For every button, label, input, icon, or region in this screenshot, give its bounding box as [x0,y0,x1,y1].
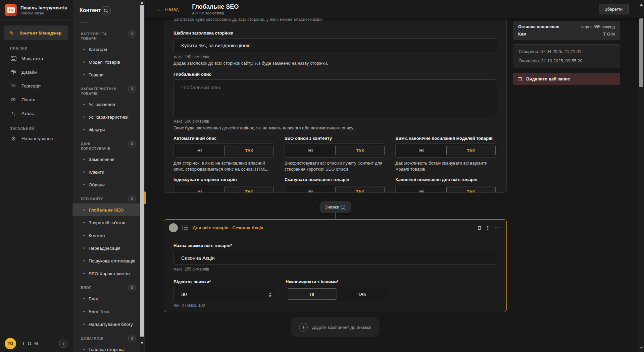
discount-name-input[interactable] [174,251,497,265]
nav-scrollbar[interactable] [140,0,144,352]
sidebar-item-content-manager[interactable]: ✎ Контент Менеджер [4,25,68,40]
edit-view-body: Заголовок буде застосовано до всіх сторі… [145,18,639,352]
main-scrollbar[interactable] [639,0,644,352]
toggle-option-yes[interactable]: ТАК [337,288,387,300]
sidebar-section-general: ЗАГАЛЬНИЙ [0,126,72,130]
sidebar-section-plugins: ПЛАГІНИ [0,46,72,50]
content-nav-title: Контент [80,7,101,13]
nav-item-all-characteristics[interactable]: Усі характеристики [72,111,140,123]
scroll-up-icon[interactable] [640,3,643,6]
global-description-textarea[interactable] [174,79,497,117]
add-component-label: Додати компонент до Знижки [312,325,371,330]
nav-item-global-seo[interactable]: Глобальне SEO [72,203,140,216]
toggle-option-yes[interactable]: ТАК [224,145,274,156]
discount-stack-cell: Накопичувати з іншими* НІ ТАК [286,279,388,308]
drag-handle[interactable] [487,226,490,230]
toggle-label: SEO описи з контенту [285,136,386,141]
sidebar-item-mail[interactable]: ✉ Пошта [0,93,72,107]
search-button[interactable] [102,6,111,15]
discount-percent-input[interactable] [174,287,276,301]
delete-component-button[interactable] [477,225,482,230]
add-component-button[interactable]: + Додати компонент до Знижки [291,317,379,337]
mail-icon: ✉ [10,97,17,103]
trash-icon [477,225,482,230]
count-badge: 3 [128,140,136,148]
scroll-up-icon[interactable] [141,1,143,4]
nav-item-home-page[interactable]: Головна сторінка [72,343,140,352]
nav-section-site-seo: SEO САЙТУ6 [72,196,140,201]
save-button[interactable]: Зберегти [599,4,629,14]
scroll-down-icon[interactable] [640,347,643,349]
bullet-icon [83,235,85,236]
toggle-option-yes[interactable]: ТАК [335,145,385,156]
nav-item-products[interactable]: Товари [72,68,140,81]
nav-item-categories[interactable]: Категорії [72,43,140,56]
sidebar-user-row: ТО Т О М ‹ [0,335,72,352]
nav-section-additional: ДОДАТКОВІ3 [72,336,140,341]
sidebar-item-design[interactable]: Дизайн [0,65,72,79]
nav-item-filters[interactable]: Фільтри [72,123,140,136]
delete-entry-label: Видалити цей запис [526,76,570,81]
toggle-option-no[interactable]: НІ [175,186,224,193]
collapse-component-button[interactable]: ▲ [169,223,178,232]
content-nav-list: КАТЕГОРІЇ ТА ТОВАРИ3 Категорії Моделі то… [72,28,140,352]
gear-icon: ⚙ [10,135,17,142]
toggle-option-no[interactable]: НІ [397,145,446,156]
discounts-group-tab[interactable]: Знижки (1) [319,201,351,213]
bullet-icon [83,171,85,173]
timestamps-card: Створено: 07.04.2025, 11:21:01 Оновлено:… [513,44,620,68]
main-scrollbar-thumb[interactable] [639,18,643,87]
collapse-sidebar-button[interactable]: ‹ [59,340,67,348]
main-sidebar: TS Панель інструментів Робоче місце ✎ Ко… [0,0,72,352]
toggle-option-no[interactable]: НІ [286,186,335,193]
toggle-option-no[interactable]: НІ [286,145,335,156]
title-template-input[interactable] [174,38,497,52]
nav-item-content[interactable]: Контент [72,229,140,242]
sidebar-item-media-library[interactable]: Медіатека [0,52,72,65]
delete-entry-button[interactable]: Видалити цей запис [513,73,620,85]
nav-item-all-values[interactable]: Усі значення [72,98,140,111]
sidebar-item-settings[interactable]: ⚙ Налаштування [0,132,72,145]
seo-form-card: Заголовок буде застосовано до всіх сторі… [164,18,507,193]
nav-item-blog-tags[interactable]: Блог Теги [72,305,140,318]
toggle-cell-scan-product-links: Сканувати посилання товарів НІ ТАК [285,177,386,193]
sidebar-item-torgsoft[interactable]: TS Торгсофт [0,79,72,93]
workspace-subtitle: Робоче місце [20,11,67,15]
nav-item-favorites[interactable]: Обране [72,178,140,191]
number-stepper[interactable] [269,292,271,297]
toggle-option-no[interactable]: НІ [287,288,337,300]
nav-item-redirects[interactable]: Переадресація [72,242,140,254]
back-link[interactable]: ← Назад [157,6,179,13]
avatar[interactable]: ТО [5,338,16,349]
toggle-cell-canonical-all-products: Канонічні посилання для всіх товарів НІ … [395,177,497,193]
workspace-switcher[interactable]: TS Панель інструментів Робоче місце [0,0,72,21]
toggle-option-yes[interactable]: ТАК [224,186,274,193]
toggle-canonical-all-products: НІ ТАК [395,185,497,193]
nav-scrollbar-thumb[interactable] [140,5,144,337]
nav-item-search-optimization[interactable]: Пошукова оптимізація [72,254,140,267]
nav-item-clients[interactable]: Клієнти [72,166,140,178]
nav-item-feedback[interactable]: Зворотній зв'язок [72,216,140,229]
scroll-down-icon[interactable] [141,342,143,344]
stepper-up-icon[interactable] [269,292,271,294]
discount-name-hint: макс. 255 символів [174,267,497,272]
nav-item-product-models[interactable]: Моделі товарів [72,56,140,68]
nav-item-orders[interactable]: Замовлення [72,153,140,166]
toggle-option-yes[interactable]: ТАК [446,145,496,156]
nav-item-seo-characteristics[interactable]: SEO Характеристик [72,267,140,280]
stepper-down-icon[interactable] [269,295,271,297]
page-title: Глобальне SEO [192,3,239,10]
toggle-option-no[interactable]: НІ [397,186,446,193]
nav-item-blog[interactable]: Блог [72,292,140,305]
more-options-button[interactable]: ··· [495,225,501,231]
title-template-description: Додає заголовок до всіх сторінок сайту, … [174,60,497,66]
toggle-option-no[interactable]: НІ [175,145,224,156]
toggle-scan-product-links: НІ ТАК [285,185,386,193]
nav-section-characteristics: ХАРАКТЕРИСТИКИ ТОВАРІВ3 [72,86,140,96]
nav-item-blog-settings[interactable]: Налаштування блогу [72,318,140,331]
component-header: ▲ Для всіх товарів - Сезонна Акція [164,220,506,236]
sidebar-item-label: Медіатека [21,56,43,61]
sidebar-item-atlas[interactable]: Атлас [0,107,72,120]
toggle-option-yes[interactable]: ТАК [335,186,385,193]
toggle-option-yes[interactable]: ТАК [446,186,496,193]
